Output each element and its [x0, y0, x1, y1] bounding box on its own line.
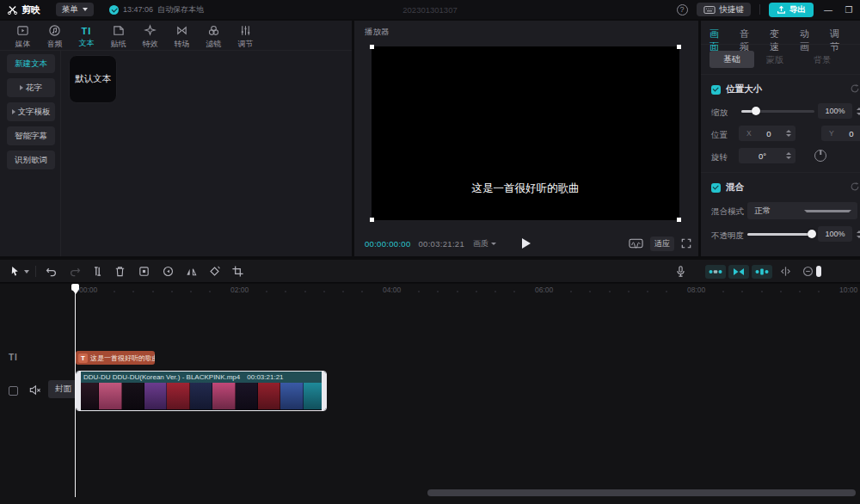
rotate-icon[interactable] [208, 265, 221, 278]
freeze-frame-icon[interactable] [138, 265, 150, 278]
undo-icon[interactable] [45, 265, 58, 278]
y-value[interactable]: 0 [834, 129, 860, 138]
window-maximize-button[interactable]: ❐ [843, 5, 855, 15]
mirror-icon[interactable] [185, 265, 198, 278]
video-thumbnail-frame [258, 383, 280, 409]
track-option-icon[interactable] [9, 386, 18, 396]
position-size-checkbox[interactable] [711, 85, 721, 95]
blend-checkbox[interactable] [711, 183, 721, 193]
subtab-mask[interactable]: 蒙版 [766, 54, 783, 66]
panel-tab-effects[interactable]: 特效 [134, 24, 166, 50]
panel-tab-sticker[interactable]: 贴纸 [102, 24, 134, 50]
mute-speaker-icon[interactable] [28, 384, 41, 396]
sidebar-item-lyrics-recognition[interactable]: 识别歌词 [7, 151, 55, 169]
canvas-handle[interactable] [370, 218, 374, 222]
timeline-tracks-area[interactable]: 00:00 02:00 04:00 06:00 08:00 10:00 TI T… [0, 284, 860, 504]
scale-value[interactable]: 100% [818, 103, 852, 119]
timeline-section: 00:00 02:00 04:00 06:00 08:00 10:00 TI T… [0, 258, 860, 504]
sidebar-item-smart-caption[interactable]: 智能字幕 [7, 126, 55, 145]
reverse-play-icon[interactable] [162, 265, 175, 278]
cover-button[interactable]: 封面 [48, 380, 78, 398]
inspector-panel: 画面 音频 变速 动画 调节 基础 蒙版 背景 位置大小 缩放 100% 位置 … [701, 21, 860, 256]
record-audio-icon[interactable] [674, 265, 687, 278]
panel-tab-label: 调节 [238, 39, 254, 50]
video-thumbnail-frame [144, 383, 167, 409]
scale-slider-knob[interactable] [752, 107, 760, 115]
sidebar-item-fancy-text[interactable]: 花字 [7, 78, 55, 97]
crop-icon[interactable] [231, 265, 244, 278]
clip-right-handle[interactable] [322, 372, 326, 410]
fit-button[interactable]: 适应 [650, 237, 674, 251]
video-clip[interactable]: DDU-DU DDU-DU(Korean Ver.) - BLACKPINK.m… [76, 371, 327, 411]
panel-tab-filter[interactable]: 滤镜 [198, 24, 230, 50]
rotate-knob[interactable] [814, 150, 826, 162]
select-tool-icon[interactable] [9, 265, 22, 278]
scale-slider[interactable] [741, 110, 814, 113]
playhead-line[interactable] [75, 284, 76, 497]
rotate-value[interactable]: 0° [739, 151, 786, 161]
position-y-field[interactable]: Y 0 [821, 126, 860, 141]
x-value[interactable]: 0 [752, 129, 786, 138]
panel-tab-text[interactable]: TI 文本 [71, 24, 102, 50]
timeline-zoom-slider-thumb[interactable] [816, 266, 821, 277]
canvas-handle[interactable] [677, 218, 681, 222]
horizontal-scrollbar[interactable] [427, 489, 856, 496]
rotate-stepper[interactable] [786, 152, 791, 160]
shortcuts-button[interactable]: 快捷键 [697, 3, 752, 16]
sidebar-item-text-template[interactable]: 文字模板 [7, 102, 55, 121]
text-clip-tag-icon: T [78, 353, 88, 363]
ruler-tick [457, 291, 458, 292]
scale-label: 缩放 [711, 108, 728, 119]
linkage-toggle[interactable] [728, 265, 749, 279]
reset-icon[interactable] [850, 83, 860, 94]
playhead-handle[interactable] [71, 284, 79, 291]
menu-button[interactable]: 菜单 [56, 3, 94, 16]
export-button[interactable]: 导出 [769, 3, 814, 17]
subtab-basic[interactable]: 基础 [710, 51, 754, 68]
zoom-out-icon[interactable] [802, 265, 814, 278]
sidebar-item-label: 文字模板 [18, 107, 51, 118]
subtab-background[interactable]: 背景 [814, 54, 831, 66]
rotate-field[interactable]: 0° [739, 148, 796, 163]
x-stepper[interactable] [786, 130, 791, 138]
snap-toggle[interactable] [705, 265, 726, 279]
fullscreen-icon[interactable] [681, 238, 691, 249]
scale-stepper[interactable] [855, 103, 860, 119]
clip-left-handle[interactable] [77, 372, 81, 410]
scope-icon[interactable] [629, 238, 643, 249]
delete-icon[interactable] [114, 265, 126, 278]
blend-mode-dropdown[interactable]: 正常 [747, 202, 857, 219]
default-text-card[interactable]: 默认文本 [69, 55, 117, 103]
help-icon[interactable]: ? [677, 4, 688, 15]
text-clip[interactable]: T 这是一首很好听的歌曲 [76, 351, 155, 365]
redo-icon[interactable] [69, 265, 82, 278]
autosave-label: 自动保存本地 [157, 4, 204, 15]
panel-tab-label: 特效 [143, 39, 158, 50]
split-icon[interactable] [91, 265, 104, 278]
panel-tab-audio[interactable]: 音频 [39, 24, 71, 50]
reset-icon[interactable] [850, 181, 860, 192]
window-minimize-button[interactable]: — [822, 5, 834, 15]
quality-dropdown[interactable]: 画质 [473, 238, 496, 249]
sidebar-item-label: 识别歌词 [15, 155, 47, 166]
preview-canvas[interactable]: 这是一首很好听的歌曲 [372, 46, 679, 220]
opacity-value[interactable]: 100% [818, 226, 852, 242]
position-x-field[interactable]: X 0 [739, 126, 796, 141]
opacity-slider-knob[interactable] [808, 230, 816, 238]
play-button[interactable] [522, 238, 531, 249]
opacity-stepper[interactable] [855, 226, 860, 242]
opacity-slider[interactable] [747, 233, 814, 236]
ruler-tick [418, 291, 420, 292]
music-note-icon [48, 24, 61, 37]
topbar-right: ? 快捷键 导出 — ❐ [677, 3, 856, 17]
preview-axis-toggle[interactable] [752, 265, 772, 279]
panel-tab-adjust[interactable]: 调节 [230, 24, 261, 50]
select-tool-caret-icon[interactable] [24, 270, 29, 274]
panel-tab-media[interactable]: 媒体 [7, 24, 39, 50]
canvas-handle[interactable] [370, 45, 374, 49]
canvas-handle[interactable] [677, 45, 681, 49]
sidebar-item-new-text[interactable]: 新建文本 [7, 54, 55, 73]
timeline-split-view-icon[interactable] [779, 265, 792, 278]
panel-tab-transition[interactable]: 转场 [166, 24, 198, 50]
autosave-check-icon [109, 5, 119, 15]
